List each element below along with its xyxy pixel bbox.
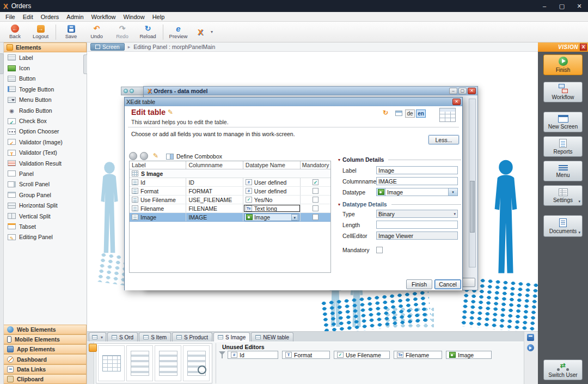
palette-search-layout[interactable] <box>183 345 210 381</box>
column-details-header[interactable]: ▾ Column Details <box>338 156 461 163</box>
close-button[interactable]: ✕ <box>571 0 588 12</box>
element-item-check-box[interactable]: Check Box <box>4 115 87 126</box>
finish-button[interactable]: Finish <box>406 279 432 289</box>
table-group-row[interactable]: S Image <box>130 169 330 178</box>
sidebar-collapse-handle[interactable] <box>0 53 4 74</box>
new-screen-sidebar-button[interactable]: New Screen <box>543 112 583 132</box>
data-model-titlebar[interactable]: X Orders - data model – ▢ ✕ <box>144 87 477 95</box>
tab-new-table[interactable]: NEW table <box>251 332 293 342</box>
menu-sidebar-button[interactable]: Menu <box>543 161 583 181</box>
mandatory-checkbox[interactable] <box>313 197 318 203</box>
type-dropdown[interactable]: Binary▾ <box>376 210 458 218</box>
chevron-down-icon[interactable]: ▾ <box>449 188 458 196</box>
minimize-button[interactable]: – <box>449 88 457 94</box>
edit-table-titlebar[interactable]: X Edit table ✕ <box>125 97 462 106</box>
chevron-down-icon[interactable]: ▾ <box>291 214 298 221</box>
element-item-toggle-button[interactable]: Toggle Button <box>4 84 87 94</box>
table-row[interactable]: Use Filename USE_FILENAME ✓Yes/No <box>130 196 330 204</box>
mandatory-checkbox[interactable] <box>313 188 318 194</box>
accordion-clipboard[interactable]: Clipboard <box>4 374 87 384</box>
define-combobox-label[interactable]: Define Combobox <box>176 153 222 160</box>
menu-help[interactable]: Help <box>149 14 169 20</box>
column-header[interactable]: Datatype Name <box>243 161 301 169</box>
reload-button[interactable]: ↻ Reload <box>135 23 161 41</box>
accordion-mobile-elements[interactable]: Mobile Elements <box>4 334 87 344</box>
mandatory-checkbox[interactable] <box>313 214 318 220</box>
add-column-icon[interactable] <box>129 152 137 160</box>
reports-sidebar-button[interactable]: Reports <box>543 136 583 157</box>
back-button[interactable]: ← Back <box>2 23 28 41</box>
preview-button[interactable]: e Preview <box>166 23 191 41</box>
documents-sidebar-button[interactable]: Documents ▾ <box>543 215 583 237</box>
element-item-validator-image[interactable]: Validator (Image) <box>4 137 87 147</box>
save-button[interactable]: Save <box>58 23 84 41</box>
datatype-dropdown[interactable]: Image ▾ <box>376 188 458 196</box>
element-item-menu-button[interactable]: Menu Button <box>4 95 87 105</box>
accordion-dashboard[interactable]: Dashboard <box>4 354 87 364</box>
close-button[interactable]: ✕ <box>452 99 461 105</box>
dock-panel-icon[interactable] <box>527 334 534 341</box>
accordion-data-links[interactable]: ∞Data Links <box>4 364 87 374</box>
tables-menu-tab[interactable]: ▾ <box>89 332 106 342</box>
element-item-option-chooser[interactable]: Option Chooser <box>4 126 87 137</box>
editor-chip-filename[interactable]: TeFilename <box>394 351 442 359</box>
columnname-input[interactable]: IMAGE <box>376 177 458 185</box>
cancel-button[interactable]: Cancel <box>434 279 461 289</box>
column-header[interactable]: Label <box>130 161 186 169</box>
column-header[interactable]: Columnname <box>186 161 243 169</box>
palette-list-layout[interactable] <box>155 345 181 381</box>
menu-orders[interactable]: Orders <box>37 14 63 20</box>
redo-button[interactable]: ↷ Redo <box>109 23 135 41</box>
workflow-sidebar-button[interactable]: Workflow <box>543 82 583 102</box>
language-de-button[interactable]: de <box>405 109 415 118</box>
editor-chip-use-filename[interactable]: ✓Use Filename <box>334 351 390 359</box>
elements-panel-header[interactable]: Elements <box>4 42 87 52</box>
element-item-group-panel[interactable]: Group Panel <box>4 190 87 200</box>
element-item-panel[interactable]: Panel <box>4 168 87 179</box>
element-item-editing-panel[interactable]: Editing Panel <box>4 232 87 242</box>
edit-pencil-icon[interactable]: ✎ <box>153 152 158 160</box>
minimize-button[interactable]: – <box>536 0 553 12</box>
label-input[interactable]: Image <box>376 166 458 174</box>
table-row[interactable]: Id ID #User defined ✓ <box>130 178 330 187</box>
scrollbar-thumb[interactable] <box>470 181 475 233</box>
datatype-combobox[interactable]: Image ▾ <box>244 214 299 221</box>
maximize-button[interactable]: ▢ <box>458 88 467 94</box>
element-item-scroll-panel[interactable]: Scroll Panel <box>4 179 87 190</box>
element-item-horizontal-split[interactable]: Horizontal Split <box>4 200 87 210</box>
menu-edit[interactable]: Edit <box>19 14 37 20</box>
switch-user-button[interactable]: ⇄ Switch User <box>543 359 583 380</box>
chevron-down-icon[interactable]: ▾ <box>578 199 580 204</box>
tab-s-ord[interactable]: S Ord <box>107 332 138 342</box>
visionx-dropdown-icon[interactable]: ▾ <box>211 29 213 34</box>
tab-s-image[interactable]: S Image <box>213 332 250 342</box>
finish-sidebar-button[interactable]: Finish <box>543 54 583 75</box>
datatype-details-header[interactable]: ▾ Datatype Details <box>338 201 461 208</box>
menu-admin[interactable]: Admin <box>63 14 87 20</box>
mandatory-checkbox[interactable] <box>376 247 383 253</box>
accordion-web-elements[interactable]: Web Elements <box>4 325 87 334</box>
breadcrumb-screen-chip[interactable]: Screen <box>90 43 125 51</box>
section-collapse-icon[interactable]: ▾ <box>338 202 340 207</box>
menu-window[interactable]: Window <box>120 14 149 20</box>
tab-s-item[interactable]: S Item <box>139 332 171 342</box>
element-item-vertical-split[interactable]: Vertical Split <box>4 211 87 221</box>
mandatory-checkbox[interactable]: ✓ <box>313 179 318 185</box>
element-item-validation-result[interactable]: Validation Result <box>4 158 87 168</box>
editor-chip-format[interactable]: TFormat <box>282 351 330 359</box>
element-item-icon[interactable]: Icon <box>4 63 87 73</box>
undo-button[interactable]: ↶ Undo <box>84 23 109 41</box>
chevron-down-icon[interactable]: ▾ <box>578 230 580 235</box>
element-item-label[interactable]: Label <box>4 52 87 63</box>
mandatory-checkbox[interactable] <box>313 205 318 211</box>
settings-sidebar-button[interactable]: Settings ▾ <box>543 185 583 206</box>
designer-tool-icon[interactable] <box>89 344 97 352</box>
palette-grid-layout[interactable] <box>98 345 125 381</box>
close-button[interactable]: ✕ <box>468 88 476 94</box>
menu-workflow[interactable]: Workflow <box>88 14 120 20</box>
editor-chip-id[interactable]: #Id <box>228 351 278 359</box>
tab-s-product[interactable]: S Product <box>172 332 212 342</box>
table-row[interactable]: Filename FILENAME TeText long <box>130 204 330 213</box>
element-item-radio-button[interactable]: Radio Button <box>4 105 87 115</box>
card-icon[interactable] <box>395 111 402 116</box>
